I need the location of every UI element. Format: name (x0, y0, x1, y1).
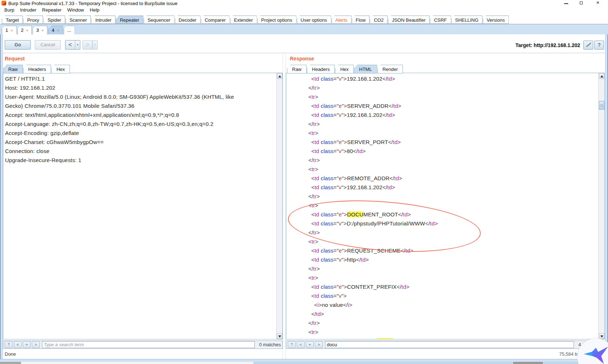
window-bottom-border (0, 359, 608, 362)
repeater-tab-1[interactable]: 1× (2, 26, 17, 34)
request-editor[interactable]: GET / HTTP/1.1Host: 192.168.1.202User-Ag… (3, 73, 283, 339)
response-line: <td class="e">REQUEST_SCHEME</td> (288, 246, 598, 255)
tab-sequencer[interactable]: Sequencer (144, 16, 174, 24)
request-tab-raw[interactable]: Raw (3, 65, 23, 73)
response-search-input[interactable] (325, 341, 574, 348)
response-line: </tr> (288, 119, 598, 128)
tab-flow[interactable]: Flow (352, 16, 370, 24)
target-label: Target: http://192.168.1.202 (515, 42, 580, 48)
tab-json-beautifier[interactable]: JSON Beautifier (388, 16, 430, 24)
search-options-button[interactable]: + (306, 341, 314, 348)
close-tab-icon[interactable]: × (26, 28, 28, 33)
close-button[interactable]: × (595, 0, 601, 6)
response-line: <td class="v">80</td> (288, 147, 598, 156)
request-text[interactable]: GET / HTTP/1.1Host: 192.168.1.202User-Ag… (3, 73, 276, 339)
window-left-border (0, 34, 3, 362)
scrollbar-thumb[interactable] (599, 101, 604, 110)
history-forward-button[interactable]: > ▾ (83, 40, 98, 50)
restore-button[interactable] (578, 0, 585, 6)
tab-label: 2 (21, 27, 24, 33)
request-tab-headers[interactable]: Headers (23, 65, 51, 73)
request-panel-title: Request (5, 56, 25, 62)
request-line: Host: 192.168.1.202 (5, 83, 276, 92)
response-tab-raw[interactable]: Raw (287, 65, 307, 73)
forward-dropdown-icon[interactable]: ▾ (92, 41, 97, 49)
tab-shelling[interactable]: SHELLING (451, 16, 482, 24)
search-next-button[interactable]: > (315, 341, 323, 348)
window-right-border (605, 34, 608, 362)
history-back-button[interactable]: < ▾ (65, 40, 80, 50)
search-prev-button[interactable]: < (297, 341, 305, 348)
tab-label: 1 (5, 27, 8, 33)
tab-target[interactable]: Target (2, 16, 23, 24)
tab-user-options[interactable]: User options (297, 16, 331, 24)
response-tab-html[interactable]: HTML (354, 65, 377, 73)
repeater-tab-4[interactable]: 4× (48, 26, 63, 34)
request-scrollbar[interactable] (276, 73, 282, 339)
hummingbird-icon (583, 344, 608, 364)
response-line: </tr> (288, 264, 598, 273)
response-tab-render[interactable]: Render (377, 65, 403, 73)
search-help-button[interactable]: ? (288, 341, 296, 348)
tab-project-options[interactable]: Project options (257, 16, 296, 24)
tab-scanner[interactable]: Scanner (66, 16, 91, 24)
request-search-input[interactable] (42, 341, 255, 348)
back-icon[interactable]: < (66, 41, 75, 49)
search-help-button[interactable]: ? (5, 341, 13, 348)
request-line: Accept-Encoding: gzip,deflate (5, 128, 276, 137)
scroll-up-icon[interactable] (277, 73, 282, 79)
tab-proxy[interactable]: Proxy (23, 16, 43, 24)
tab-intruder[interactable]: Intruder (91, 16, 115, 24)
request-line: Upgrade-Insecure-Requests: 1 (5, 156, 276, 165)
tab-comparer[interactable]: Comparer (201, 16, 230, 24)
cancel-button[interactable]: Cancel (35, 40, 61, 50)
tab-co2[interactable]: CO2 (370, 16, 388, 24)
panel-divider[interactable] (283, 54, 286, 359)
menu-item-intruder[interactable]: Intruder (17, 7, 39, 13)
close-tab-icon[interactable]: × (57, 28, 59, 33)
tab-alerts[interactable]: Alerts (332, 16, 351, 24)
menu-item-burp[interactable]: Burp (1, 7, 17, 13)
close-tab-icon[interactable]: × (42, 28, 44, 33)
tab-versions[interactable]: Versions (483, 16, 509, 24)
search-prev-button[interactable]: < (14, 341, 22, 348)
response-line: <td class="e">DOCUMENT_ROOT</td> (288, 210, 598, 219)
search-next-button[interactable]: > (32, 341, 40, 348)
response-editor[interactable]: <td class="v">192.168.1.202</td></tr><tr… (286, 73, 605, 339)
response-tab-headers[interactable]: Headers (307, 65, 335, 73)
tab-decoder[interactable]: Decoder (175, 16, 200, 24)
response-line: <tr> (288, 237, 598, 246)
response-scrollbar[interactable] (598, 73, 604, 339)
response-line: </tr> (288, 228, 598, 237)
edit-target-button[interactable] (583, 41, 593, 50)
triangle-up-icon (278, 75, 281, 77)
tab-spider[interactable]: Spider (43, 16, 65, 24)
response-line: <td class="v">http</td> (288, 255, 598, 264)
repeater-tab-2[interactable]: 2× (17, 26, 32, 34)
minimize-button[interactable] (563, 0, 570, 6)
scroll-down-icon[interactable] (277, 333, 282, 339)
tab-repeater[interactable]: Repeater (116, 16, 143, 24)
repeater-tab-3[interactable]: 3× (33, 26, 47, 34)
help-button[interactable]: ? (594, 41, 604, 50)
menu-item-repeater[interactable]: Repeater (39, 7, 64, 13)
response-line: <td class="v">192.168.1.202</td> (288, 183, 598, 192)
forward-icon[interactable]: > (83, 41, 92, 49)
tab-extender[interactable]: Extender (230, 16, 257, 24)
scroll-down-icon[interactable] (599, 333, 604, 339)
response-line: <td class="e">SERVER_PORT</td> (288, 137, 598, 147)
response-line: <tr> (288, 92, 598, 101)
menu-item-help[interactable]: Help (87, 7, 102, 13)
search-options-button[interactable]: + (23, 341, 31, 348)
go-button[interactable]: Go (5, 40, 31, 50)
response-text[interactable]: <td class="v">192.168.1.202</td></tr><tr… (286, 73, 598, 339)
tab-csrf[interactable]: CSRF (430, 16, 451, 24)
response-tab-hex[interactable]: Hex (335, 65, 354, 73)
back-dropdown-icon[interactable]: ▾ (75, 41, 80, 49)
request-tab-hex[interactable]: Hex (51, 65, 70, 73)
menu-item-window[interactable]: Window (64, 7, 87, 13)
repeater-tab-more[interactable]: ... (64, 26, 75, 34)
scroll-up-icon[interactable] (599, 73, 604, 79)
close-tab-icon[interactable]: × (10, 28, 13, 33)
request-line: User-Agent: Mozilla/5.0 (Linux; Android … (5, 92, 276, 101)
